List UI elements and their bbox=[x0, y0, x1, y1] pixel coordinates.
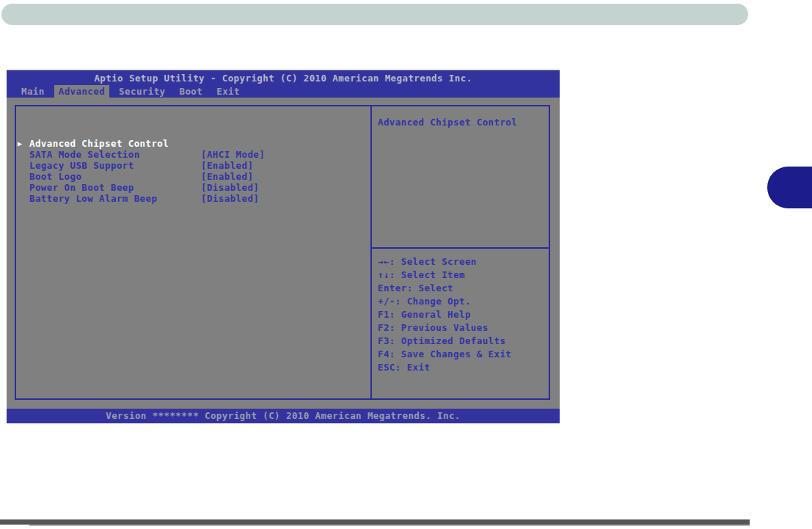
pointer-spacer bbox=[18, 160, 29, 171]
tab-exit[interactable]: Exit bbox=[212, 85, 244, 98]
pointer-spacer bbox=[18, 193, 29, 204]
option-value: [Enabled] bbox=[201, 160, 362, 171]
bios-menu-bar: Main Advanced Security Boot Exit bbox=[7, 85, 560, 98]
bios-setup-screen: Aptio Setup Utility - Copyright (C) 2010… bbox=[7, 70, 560, 423]
option-value: [Enabled] bbox=[201, 171, 362, 182]
key-select-item: ↑↓: Select Item bbox=[378, 269, 548, 282]
option-value: [Disabled] bbox=[201, 182, 362, 193]
panel-divider-vertical bbox=[370, 106, 372, 398]
tab-security[interactable]: Security bbox=[114, 85, 169, 98]
pointer-spacer bbox=[18, 182, 29, 193]
bios-panels: ▶ Advanced Chipset Control SATA Mode Sel… bbox=[15, 105, 550, 400]
options-panel: ▶ Advanced Chipset Control SATA Mode Sel… bbox=[18, 138, 362, 204]
option-value: [Disabled] bbox=[201, 193, 362, 204]
submenu-pointer-icon: ▶ bbox=[18, 138, 29, 149]
option-label: Power On Boot Beep bbox=[29, 182, 201, 193]
panel-divider-horizontal bbox=[370, 247, 549, 249]
option-label: Advanced Chipset Control bbox=[29, 138, 201, 149]
option-battery-low-alarm-beep[interactable]: Battery Low Alarm Beep [Disabled] bbox=[18, 193, 362, 204]
tab-boot[interactable]: Boot bbox=[175, 85, 208, 98]
key-select-screen: →←: Select Screen bbox=[378, 255, 548, 269]
bios-footer-bar: Version ******** Copyright (C) 2010 Amer… bbox=[7, 409, 560, 423]
tab-advanced[interactable]: Advanced bbox=[54, 85, 109, 98]
key-legend-panel: →←: Select Screen ↑↓: Select Item Enter:… bbox=[378, 255, 548, 374]
option-label: Battery Low Alarm Beep bbox=[29, 193, 201, 204]
key-change-opt: +/-: Change Opt. bbox=[378, 295, 548, 308]
key-esc-exit: ESC: Exit bbox=[378, 361, 548, 374]
key-f3-optimized-defaults: F3: Optimized Defaults bbox=[378, 335, 548, 348]
option-label: Boot Logo bbox=[29, 171, 201, 182]
option-sata-mode-selection[interactable]: SATA Mode Selection [AHCI Mode] bbox=[18, 149, 362, 160]
option-value: [AHCI Mode] bbox=[201, 149, 362, 160]
option-power-on-boot-beep[interactable]: Power On Boot Beep [Disabled] bbox=[18, 182, 362, 193]
manual-page: Aptio Setup Utility - Copyright (C) 2010… bbox=[0, 0, 812, 529]
item-help-panel: Advanced Chipset Control bbox=[378, 117, 546, 128]
bios-title-bar: Aptio Setup Utility - Copyright (C) 2010… bbox=[7, 70, 560, 85]
key-enter-select: Enter: Select bbox=[378, 282, 548, 295]
key-f4-save-changes-exit: F4: Save Changes & Exit bbox=[378, 348, 548, 361]
option-legacy-usb-support[interactable]: Legacy USB Support [Enabled] bbox=[18, 160, 362, 171]
pointer-spacer bbox=[18, 149, 29, 160]
key-f2-previous-values: F2: Previous Values bbox=[378, 321, 548, 335]
pointer-spacer bbox=[18, 171, 29, 182]
option-boot-logo[interactable]: Boot Logo [Enabled] bbox=[18, 171, 362, 182]
page-footer-rule bbox=[0, 519, 750, 525]
key-f1-general-help: F1: General Help bbox=[378, 308, 548, 321]
option-advanced-chipset-control[interactable]: ▶ Advanced Chipset Control bbox=[18, 138, 362, 149]
page-header-bar bbox=[1, 4, 748, 25]
option-label: Legacy USB Support bbox=[29, 160, 201, 171]
page-side-tab bbox=[767, 167, 812, 208]
tab-main[interactable]: Main bbox=[17, 85, 49, 98]
page-footer-rule-light bbox=[29, 525, 750, 526]
option-label: SATA Mode Selection bbox=[29, 149, 201, 160]
bios-body: ▶ Advanced Chipset Control SATA Mode Sel… bbox=[7, 98, 560, 409]
